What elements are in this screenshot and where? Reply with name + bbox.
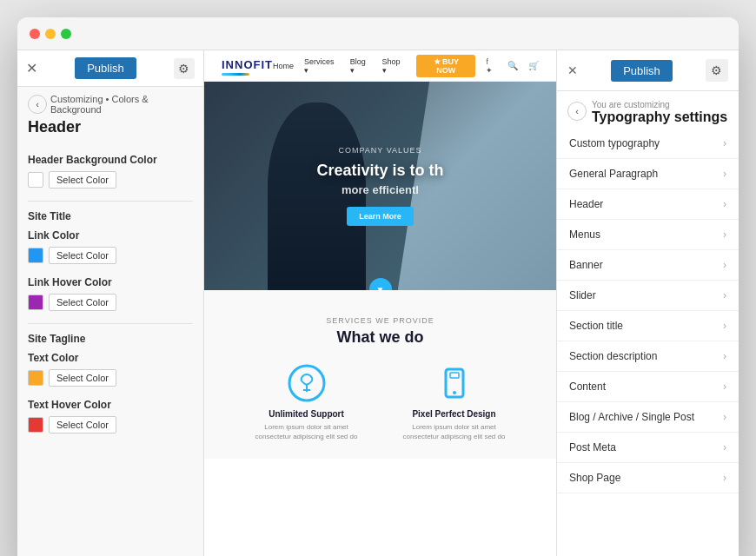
chevron-right-icon: › <box>723 441 726 453</box>
text-color-label: Text Color <box>28 352 193 364</box>
close-button[interactable] <box>30 29 40 39</box>
chevron-right-icon: › <box>723 320 726 332</box>
link-color-label: Link Color <box>28 229 193 242</box>
minimize-button[interactable] <box>45 29 56 39</box>
panel-item-section-desc[interactable]: Section description › <box>557 341 739 372</box>
panel-item-label: Menus <box>569 228 600 241</box>
breadcrumb-text: Customizing • Colors & Background <box>50 94 193 115</box>
panel-item-content[interactable]: Content › <box>557 372 739 402</box>
panel-item-label: Slider <box>569 289 596 301</box>
panel-item-custom-typography[interactable]: Custom typography › <box>557 129 739 159</box>
nav-services[interactable]: Services ▾ <box>304 57 340 75</box>
panel-heading: You are customizing Typography settings <box>592 100 727 125</box>
nav-buy-button[interactable]: ★ BUY NOW <box>416 55 475 77</box>
panel-gear-button[interactable]: ⚙ <box>706 59 728 82</box>
hero-label: Company Values <box>338 146 421 155</box>
chevron-right-icon: › <box>723 472 726 484</box>
nav-blog[interactable]: Blog ▾ <box>350 57 372 75</box>
panel-item-label: Banner <box>569 259 603 271</box>
panel-item-post-meta[interactable]: Post Meta › <box>557 433 739 463</box>
panel-item-shop-page[interactable]: Shop Page › <box>557 463 739 493</box>
services-section: Services we provide What we do <box>204 290 556 459</box>
panel-close-button[interactable]: ✕ <box>567 63 578 77</box>
svg-point-0 <box>289 366 324 400</box>
chevron-right-icon: › <box>723 381 726 393</box>
service2-title: Pixel Perfect Design <box>394 409 515 419</box>
left-sidebar: ✕ Publish ⚙ ‹ Customizing • Colors & Bac… <box>17 50 204 556</box>
panel-item-label: Section description <box>569 350 657 362</box>
text-hover-swatch[interactable] <box>28 417 43 433</box>
link-hover-swatch[interactable] <box>28 295 43 310</box>
nav-social: f ✦ <box>486 57 497 75</box>
services-cards: Unlimited Support Lorem ipsum dolor sit … <box>222 364 539 441</box>
header-bg-swatch[interactable] <box>28 172 43 188</box>
services-label: Services we provide <box>222 316 539 325</box>
text-color-select-btn[interactable]: Select Color <box>49 369 116 387</box>
preview-area: INNOFIT Home Services ▾ Blog ▾ Shop ▾ ★ … <box>204 50 556 556</box>
panel-item-slider[interactable]: Slider › <box>557 281 739 311</box>
panel-item-menus[interactable]: Menus › <box>557 220 739 250</box>
link-hover-label: Link Hover Color <box>28 276 193 288</box>
text-hover-color-row: Select Color <box>28 416 193 434</box>
header-bg-select-btn[interactable]: Select Color <box>49 171 116 189</box>
hero-content: Company Values Creativity is to th more … <box>204 82 556 290</box>
link-hover-select-btn[interactable]: Select Color <box>49 294 116 311</box>
nav-cart-icon[interactable]: 🛒 <box>528 61 539 70</box>
sidebar-breadcrumb-area: ‹ Customizing • Colors & Background <box>17 87 203 118</box>
sidebar-section-title: Header <box>17 118 203 145</box>
link-hover-color-group: Link Hover Color Select Color <box>28 276 193 311</box>
service-card-1: Unlimited Support Lorem ipsum dolor sit … <box>246 364 368 441</box>
text-color-group: Text Color Select Color <box>28 352 193 387</box>
panel-item-section-title[interactable]: Section title › <box>557 311 739 341</box>
main-area: ✕ Publish ⚙ ‹ Customizing • Colors & Bac… <box>17 50 739 556</box>
service1-icon <box>288 364 326 402</box>
sidebar-top-bar: ✕ Publish ⚙ <box>17 50 203 87</box>
text-color-swatch[interactable] <box>28 370 43 386</box>
service2-desc: Lorem ipsum dolor sit amet consectetur a… <box>394 422 515 441</box>
panel-item-label: Section title <box>569 320 623 332</box>
hero-title: Creativity is to th <box>316 162 443 181</box>
hero-cta-button[interactable]: Learn More <box>347 207 414 226</box>
maximize-button[interactable] <box>61 29 71 39</box>
titlebar <box>17 17 739 50</box>
panel-item-banner[interactable]: Banner › <box>557 250 739 281</box>
panel-item-label: Header <box>569 198 603 210</box>
panel-item-general-paragraph[interactable]: General Paragraph › <box>557 159 739 189</box>
chevron-right-icon: › <box>723 259 726 271</box>
panel-publish-button[interactable]: Publish <box>611 60 673 82</box>
sidebar-back-button[interactable]: ‹ <box>28 95 47 114</box>
sidebar-publish-button[interactable]: Publish <box>75 57 136 79</box>
nav-home[interactable]: Home <box>273 62 294 70</box>
link-color-swatch[interactable] <box>28 248 43 263</box>
nav-shop[interactable]: Shop ▾ <box>382 57 407 75</box>
traffic-lights <box>30 29 71 39</box>
service1-desc: Lorem ipsum dolor sit amet consectetur a… <box>246 422 368 441</box>
link-color-select-btn[interactable]: Select Color <box>49 247 116 264</box>
site-logo: INNOFIT <box>222 56 273 76</box>
panel-item-label: Post Meta <box>569 441 616 453</box>
text-color-row: Select Color <box>28 369 193 387</box>
panel-item-label: Shop Page <box>569 472 620 484</box>
chevron-right-icon: › <box>723 411 726 423</box>
service2-icon <box>435 364 474 402</box>
sidebar-close-button[interactable]: ✕ <box>26 62 37 76</box>
panel-customizing-text: You are customizing <box>592 100 727 109</box>
nav-links: Home Services ▾ Blog ▾ Shop ▾ ★ BUY NOW … <box>273 55 539 77</box>
sidebar-gear-button[interactable]: ⚙ <box>174 58 195 79</box>
text-hover-color-group: Text Hover Color Select Color <box>28 399 193 434</box>
panel-section-title: Typography settings <box>592 109 727 125</box>
hero-section: Company Values Creativity is to th more … <box>204 82 556 290</box>
text-hover-select-btn[interactable]: Select Color <box>49 416 116 434</box>
panel-item-blog-archive[interactable]: Blog / Archive / Single Post › <box>557 402 739 433</box>
main-window: ✕ Publish ⚙ ‹ Customizing • Colors & Bac… <box>17 17 739 556</box>
link-color-group: Link Color Select Color <box>28 229 193 264</box>
hero-subtitle: more efficientl <box>342 183 419 196</box>
site-nav: INNOFIT Home Services ▾ Blog ▾ Shop ▾ ★ … <box>204 50 556 82</box>
panel-item-header[interactable]: Header › <box>557 189 739 220</box>
chevron-right-icon: › <box>723 168 726 180</box>
nav-search-icon[interactable]: 🔍 <box>507 61 518 70</box>
panel-item-label: Custom typography <box>569 137 660 149</box>
chevron-right-icon: › <box>723 228 726 241</box>
panel-back-button[interactable]: ‹ <box>567 102 587 121</box>
text-hover-label: Text Hover Color <box>28 399 193 411</box>
